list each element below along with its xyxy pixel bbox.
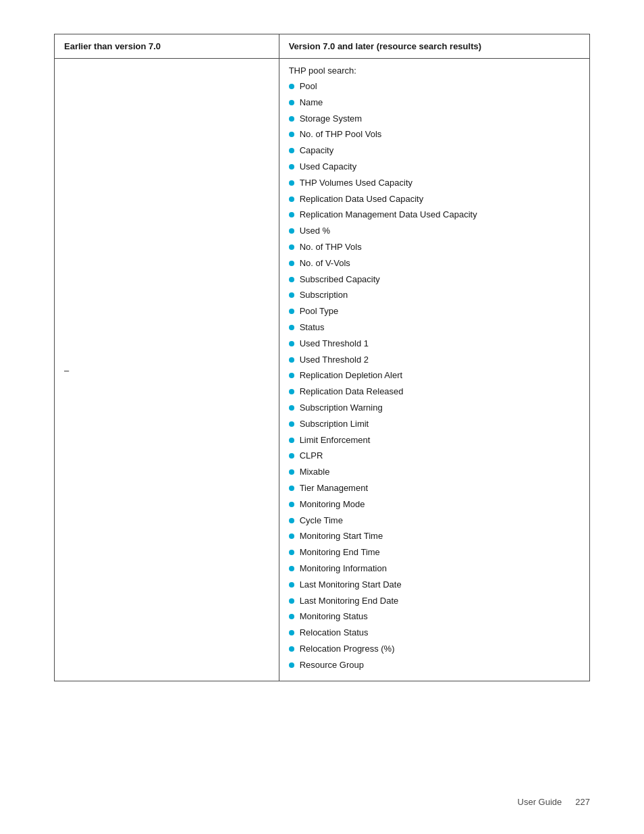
bullet-icon: [289, 148, 294, 153]
list-item: Replication Management Data Used Capacit…: [289, 208, 580, 222]
bullet-icon: [289, 292, 294, 298]
list-item-text: Replication Data Used Capacity: [300, 192, 424, 207]
list-item-text: CLPR: [300, 449, 323, 463]
list-item-text: No. of THP Vols: [300, 240, 362, 255]
list-item-text: Subscribed Capacity: [300, 273, 380, 287]
bullet-icon: [289, 277, 294, 282]
table-body: – THP pool search: PoolNameStorage Syste…: [55, 59, 589, 681]
list-item: No. of THP Pool Vols: [289, 128, 580, 142]
left-header-text: Earlier than version 7.0: [64, 41, 161, 51]
list-item-text: Storage System: [300, 112, 363, 126]
list-item: Mixable: [289, 465, 580, 479]
items-list: PoolNameStorage SystemNo. of THP Pool Vo…: [289, 80, 580, 672]
bullet-icon: [289, 261, 294, 266]
list-item: Tier Management: [289, 481, 580, 496]
table-header: Earlier than version 7.0 Version 7.0 and…: [55, 34, 589, 59]
left-column-body: –: [55, 59, 279, 681]
bullet-icon: [289, 614, 294, 619]
bullet-icon: [289, 100, 294, 105]
bullet-icon: [289, 582, 294, 588]
bullet-icon: [289, 164, 294, 170]
bullet-icon: [289, 357, 294, 363]
bullet-icon: [289, 309, 294, 314]
list-item-text: Used Threshold 1: [300, 337, 369, 351]
list-item: Relocation Status: [289, 626, 580, 640]
list-item: Subscribed Capacity: [289, 273, 580, 287]
list-item-text: Used Capacity: [300, 160, 357, 174]
list-item-text: Replication Data Released: [300, 385, 404, 399]
list-item-text: Subscription: [300, 288, 348, 303]
list-item-text: Pool Type: [300, 305, 339, 319]
list-item-text: Pool: [300, 80, 317, 94]
bullet-icon: [289, 598, 294, 604]
bullet-icon: [289, 180, 294, 186]
list-item: Storage System: [289, 112, 580, 126]
list-item: Name: [289, 96, 580, 110]
list-item: Capacity: [289, 144, 580, 158]
list-item-text: No. of THP Pool Vols: [300, 128, 382, 142]
list-item-text: Name: [300, 96, 323, 110]
list-item-text: Monitoring Information: [300, 562, 387, 576]
right-column-body: THP pool search: PoolNameStorage SystemN…: [279, 59, 589, 681]
bullet-icon: [289, 453, 294, 459]
bullet-icon: [289, 486, 294, 491]
right-column-header: Version 7.0 and later (resource search r…: [279, 34, 589, 58]
list-item: Used %: [289, 224, 580, 238]
bullet-icon: [289, 212, 294, 217]
list-item-text: Subscription Warning: [300, 401, 383, 415]
list-item-text: Replication Depletion Alert: [300, 369, 402, 383]
footer-label: User Guide: [518, 797, 562, 807]
list-item-text: Last Monitoring Start Date: [300, 578, 402, 592]
list-item-text: Monitoring Start Time: [300, 529, 383, 544]
list-item-text: Resource Group: [300, 658, 364, 673]
section-title: THP pool search:: [289, 66, 580, 76]
bullet-icon: [289, 84, 294, 89]
bullet-icon: [289, 550, 294, 555]
list-item-text: Subscription Limit: [300, 417, 369, 432]
list-item: Replication Data Released: [289, 385, 580, 399]
bullet-icon: [289, 341, 294, 346]
list-item-text: Capacity: [300, 144, 334, 158]
list-item-text: Used Threshold 2: [300, 353, 369, 367]
list-item: THP Volumes Used Capacity: [289, 176, 580, 190]
list-item: Monitoring Mode: [289, 498, 580, 512]
list-item-text: Replication Management Data Used Capacit…: [300, 208, 477, 222]
bullet-icon: [289, 421, 294, 427]
bullet-icon: [289, 502, 294, 507]
left-column-header: Earlier than version 7.0: [55, 34, 279, 58]
bullet-icon: [289, 132, 294, 137]
list-item: Monitoring End Time: [289, 546, 580, 560]
bullet-icon: [289, 389, 294, 394]
list-item: Used Threshold 2: [289, 353, 580, 367]
list-item-text: Monitoring Mode: [300, 498, 365, 512]
list-item-text: Last Monitoring End Date: [300, 594, 399, 608]
list-item-text: Monitoring End Time: [300, 546, 380, 560]
list-item: Limit Enforcement: [289, 434, 580, 448]
list-item-text: Limit Enforcement: [300, 434, 371, 448]
list-item: Relocation Progress (%): [289, 642, 580, 656]
list-item-text: Status: [300, 321, 325, 335]
list-item: Subscription Limit: [289, 417, 580, 432]
list-item: Used Capacity: [289, 160, 580, 174]
list-item: Last Monitoring End Date: [289, 594, 580, 608]
bullet-icon: [289, 244, 294, 250]
bullet-icon: [289, 662, 294, 668]
list-item-text: Relocation Status: [300, 626, 369, 640]
list-item: Pool: [289, 80, 580, 94]
list-item: Subscription: [289, 288, 580, 303]
list-item: CLPR: [289, 449, 580, 463]
list-item-text: Used %: [300, 224, 331, 238]
list-item: No. of THP Vols: [289, 240, 580, 255]
list-item: No. of V-Vols: [289, 257, 580, 271]
bullet-icon: [289, 518, 294, 523]
right-header-text: Version 7.0 and later (resource search r…: [289, 41, 481, 51]
bullet-icon: [289, 325, 294, 330]
list-item-text: No. of V-Vols: [300, 257, 350, 271]
list-item: Replication Depletion Alert: [289, 369, 580, 383]
list-item-text: Monitoring Status: [300, 610, 368, 624]
bullet-icon: [289, 228, 294, 234]
list-item: Pool Type: [289, 305, 580, 319]
list-item: Cycle Time: [289, 514, 580, 528]
page-footer: User Guide 227: [518, 797, 590, 807]
bullet-icon: [289, 373, 294, 378]
